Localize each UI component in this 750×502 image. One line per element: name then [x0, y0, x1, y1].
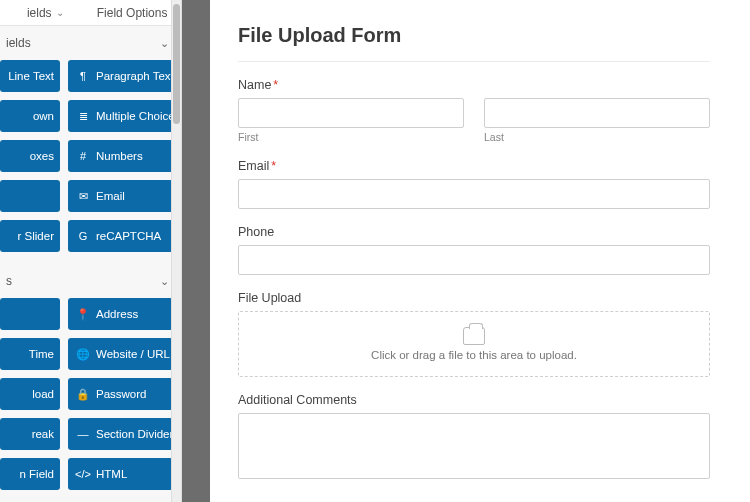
field-type-label: HTML — [96, 468, 127, 480]
chevron-down-icon: ⌄ — [160, 275, 169, 288]
globe-icon: 🌐 — [76, 347, 90, 361]
sidebar-tabs: ields ⌄ Field Options › — [0, 0, 181, 26]
field-type-button[interactable]: 📍Address — [68, 298, 173, 330]
field-type-button[interactable]: load — [0, 378, 60, 410]
field-email: Email* — [238, 159, 710, 209]
field-type-button[interactable]: GreCAPTCHA — [68, 220, 173, 252]
tab-field-options[interactable]: Field Options › — [91, 0, 182, 25]
google-icon: G — [76, 229, 90, 243]
form-preview: File Upload Form Name* First Last Email* — [210, 0, 750, 502]
field-type-label: Email — [96, 190, 125, 202]
sidebar-scrollbar[interactable] — [171, 0, 181, 502]
last-name-input[interactable] — [484, 98, 710, 128]
paragraph-icon: ¶ — [76, 69, 90, 83]
comments-textarea[interactable] — [238, 413, 710, 479]
label-name: Name* — [238, 78, 710, 92]
field-type-label: Website / URL — [96, 348, 170, 360]
sublabel-first: First — [238, 131, 464, 143]
code-icon: </> — [76, 467, 90, 481]
label-upload: File Upload — [238, 291, 710, 305]
sidebar: ields ⌄ Field Options › ields ⌄ Line Tex… — [0, 0, 182, 502]
minus-icon: — — [76, 427, 90, 441]
field-type-button[interactable]: reak — [0, 418, 60, 450]
field-phone: Phone — [238, 225, 710, 275]
field-type-label: Numbers — [96, 150, 143, 162]
section-fancy-fields[interactable]: s ⌄ — [0, 264, 181, 298]
field-type-button[interactable]: —Section Divider — [68, 418, 173, 450]
section-label: s — [6, 274, 12, 288]
pin-icon: 📍 — [76, 307, 90, 321]
panel-gutter — [182, 0, 210, 502]
field-type-button[interactable] — [0, 180, 60, 212]
field-type-label: reCAPTCHA — [96, 230, 161, 242]
chevron-down-icon: ⌄ — [56, 7, 64, 18]
field-grid-standard: Line Text¶Paragraph Textown≣Multiple Cho… — [0, 60, 181, 264]
field-type-button[interactable]: Line Text — [0, 60, 60, 92]
field-type-button[interactable]: ✉Email — [68, 180, 173, 212]
field-type-button[interactable]: oxes — [0, 140, 60, 172]
field-type-button[interactable]: ¶Paragraph Text — [68, 60, 173, 92]
field-type-button[interactable]: n Field — [0, 458, 60, 490]
upload-dropzone[interactable]: Click or drag a file to this area to upl… — [238, 311, 710, 377]
inbox-icon — [463, 327, 485, 345]
scrollbar-thumb[interactable] — [173, 4, 180, 124]
first-name-input[interactable] — [238, 98, 464, 128]
field-comments: Additional Comments — [238, 393, 710, 482]
field-type-button[interactable]: 🔒Password — [68, 378, 173, 410]
field-grid-fancy: 📍AddressTime🌐Website / URLload🔒Passwordr… — [0, 298, 181, 502]
tab-label: ields — [27, 6, 52, 20]
required-mark: * — [273, 78, 278, 92]
section-standard-fields[interactable]: ields ⌄ — [0, 26, 181, 60]
field-type-label: Paragraph Text — [96, 70, 173, 82]
field-name: Name* First Last — [238, 78, 710, 143]
phone-input[interactable] — [238, 245, 710, 275]
tab-label: Field Options — [97, 6, 168, 20]
label-phone: Phone — [238, 225, 710, 239]
field-type-button[interactable]: </>HTML — [68, 458, 173, 490]
field-upload: File Upload Click or drag a file to this… — [238, 291, 710, 377]
field-type-button[interactable]: ≣Multiple Choice — [68, 100, 173, 132]
section-label: ields — [6, 36, 31, 50]
upload-hint: Click or drag a file to this area to upl… — [371, 349, 577, 361]
field-type-label: Address — [96, 308, 138, 320]
field-type-button[interactable]: own — [0, 100, 60, 132]
field-type-label: Section Divider — [96, 428, 173, 440]
mail-icon: ✉ — [76, 189, 90, 203]
field-type-button[interactable]: 🌐Website / URL — [68, 338, 173, 370]
field-type-button[interactable]: Time — [0, 338, 60, 370]
label-email: Email* — [238, 159, 710, 173]
chevron-down-icon: ⌄ — [160, 37, 169, 50]
field-type-label: Multiple Choice — [96, 110, 173, 122]
field-type-button[interactable] — [0, 298, 60, 330]
label-comments: Additional Comments — [238, 393, 710, 407]
required-mark: * — [271, 159, 276, 173]
tab-add-fields[interactable]: ields ⌄ — [0, 0, 91, 25]
divider — [238, 61, 710, 62]
lock-icon: 🔒 — [76, 387, 90, 401]
sublabel-last: Last — [484, 131, 710, 143]
email-input[interactable] — [238, 179, 710, 209]
list-icon: ≣ — [76, 109, 90, 123]
form-title: File Upload Form — [238, 24, 710, 47]
field-type-label: Password — [96, 388, 147, 400]
hash-icon: # — [76, 149, 90, 163]
field-type-button[interactable]: r Slider — [0, 220, 60, 252]
field-type-button[interactable]: #Numbers — [68, 140, 173, 172]
